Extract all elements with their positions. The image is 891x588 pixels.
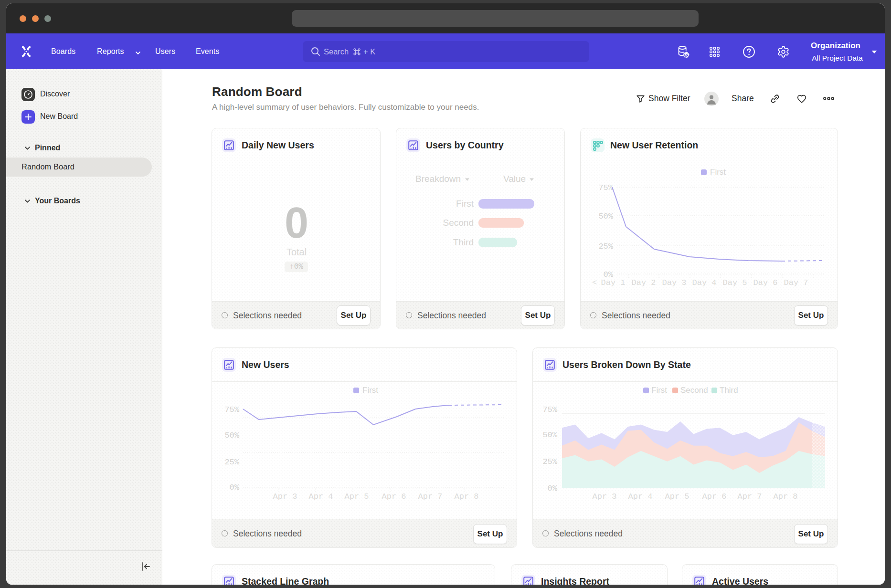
svg-text:Apr 7: Apr 7	[418, 492, 442, 501]
svg-text:Apr 8: Apr 8	[773, 492, 797, 501]
svg-text:Apr 4: Apr 4	[308, 492, 333, 501]
svg-text:25%: 25%	[224, 458, 239, 467]
svg-text:First: First	[362, 386, 378, 395]
svg-text:0%: 0%	[548, 484, 558, 493]
svg-text:75%: 75%	[598, 183, 613, 192]
svg-text:Apr 5: Apr 5	[344, 492, 369, 501]
svg-text:<: <	[592, 278, 597, 287]
svg-text:Apr 4: Apr 4	[628, 492, 652, 501]
svg-text:First: First	[710, 168, 726, 177]
svg-text:Day 2: Day 2	[631, 278, 656, 287]
svg-text:50%: 50%	[224, 431, 239, 440]
svg-text:Day 5: Day 5	[722, 278, 747, 287]
svg-text:Day 1: Day 1	[601, 278, 625, 287]
svg-text:Day 7: Day 7	[784, 278, 808, 287]
svg-text:25%: 25%	[598, 242, 613, 251]
svg-text:Apr 7: Apr 7	[737, 492, 762, 501]
svg-text:75%: 75%	[542, 405, 557, 414]
svg-text:Second: Second	[680, 386, 708, 395]
svg-text:25%: 25%	[542, 457, 557, 466]
svg-text:75%: 75%	[224, 405, 239, 414]
svg-text:Third: Third	[720, 386, 738, 395]
svg-text:50%: 50%	[598, 212, 613, 221]
svg-text:50%: 50%	[542, 430, 557, 440]
svg-text:Day 3: Day 3	[662, 278, 686, 287]
svg-text:Apr 5: Apr 5	[665, 492, 689, 501]
svg-text:Apr 6: Apr 6	[702, 492, 726, 501]
svg-text:Apr 3: Apr 3	[273, 492, 297, 501]
svg-text:Day 4: Day 4	[692, 278, 716, 287]
svg-text:Day 6: Day 6	[753, 278, 777, 287]
svg-text:Apr 8: Apr 8	[454, 492, 478, 501]
svg-text:0%: 0%	[230, 483, 240, 492]
svg-text:Apr 3: Apr 3	[592, 492, 616, 501]
svg-text:Apr 6: Apr 6	[382, 492, 406, 501]
svg-text:First: First	[651, 386, 667, 395]
